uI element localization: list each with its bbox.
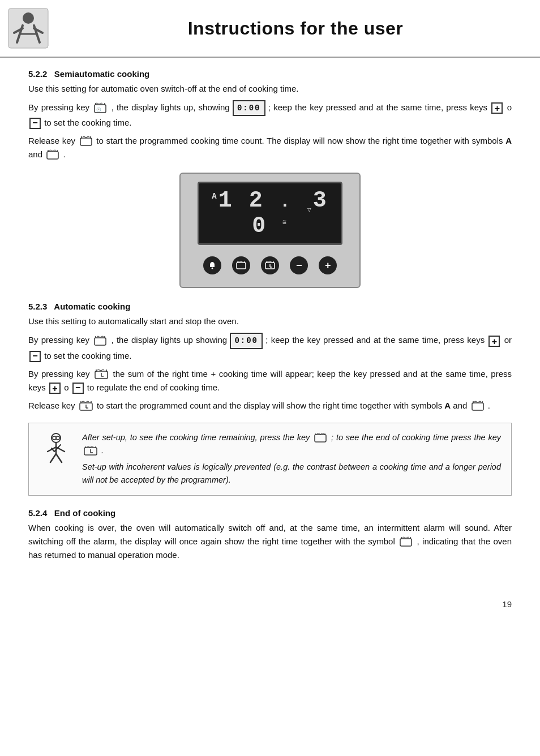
minus-panel-button: − — [290, 256, 308, 274]
note-text-content: After set-up, to see the cooking time re… — [82, 431, 501, 487]
plus-key-2: + — [488, 336, 500, 347]
svg-rect-39 — [472, 403, 483, 410]
clock-key-icon-1: 🕑 — [92, 102, 111, 112]
section-5-2-3: 5.2.3 Automatic cooking Use this setting… — [28, 302, 512, 412]
timer-button — [261, 256, 279, 274]
minus-key-2: − — [29, 351, 41, 362]
clock-key-inline-note — [312, 433, 331, 442]
svg-line-50 — [56, 454, 62, 462]
header-logo-icon — [6, 6, 51, 51]
plus-key-1: + — [491, 102, 503, 114]
plus-key-3: + — [49, 383, 61, 394]
para-5-2-3-3: By pressing key the sum of the right tim… — [28, 367, 512, 394]
svg-rect-51 — [315, 435, 326, 442]
svg-point-17 — [211, 268, 213, 269]
oven-panel: A1 2 . ▽3 0 ≋ — [179, 173, 361, 288]
svg-rect-14 — [47, 152, 58, 159]
para-5-2-3-2: By pressing key , the display lights up … — [28, 333, 512, 362]
display-value-1: 0:00 — [233, 100, 265, 116]
main-content: 5.2.2 Semiautomatic cooking Use this set… — [0, 69, 540, 594]
oven-display-image: A1 2 . ▽3 0 ≋ — [28, 173, 512, 288]
note-paragraph-2: Set-up with incoherent values is logical… — [82, 461, 501, 487]
section-5-2-4-heading: 5.2.4 End of cooking — [28, 508, 512, 518]
svg-rect-18 — [237, 263, 246, 269]
clock-key-icon-5 — [470, 401, 488, 410]
page-title: Instructions for the user — [62, 18, 529, 39]
para-5-2-3-1: Use this setting to automatically start … — [28, 315, 512, 328]
section-5-2-3-heading: 5.2.3 Automatic cooking — [28, 302, 512, 311]
page-number: 19 — [0, 594, 540, 615]
svg-point-1 — [23, 12, 34, 24]
oven-buttons-row: − + — [198, 254, 342, 277]
note-box: After set-up, to see the cooking time re… — [28, 423, 512, 496]
svg-line-49 — [50, 454, 56, 462]
section-5-2-4: 5.2.4 End of cooking When cooking is ove… — [28, 508, 512, 562]
clock-key-icon-6 — [398, 536, 417, 546]
svg-rect-11 — [80, 138, 92, 145]
para-5-2-2-1: Use this setting for automatic oven swit… — [28, 82, 512, 96]
bell-button — [203, 256, 221, 274]
clock-key-icon-2 — [78, 136, 97, 145]
svg-text:🕑: 🕑 — [96, 107, 101, 112]
timer-key-inline-note — [82, 446, 101, 455]
clock-key-icon-4 — [92, 336, 111, 345]
note-paragraph-1: After set-up, to see the cooking time re… — [82, 431, 501, 457]
para-5-2-2-2: By pressing key 🕑 , the display lights u… — [28, 100, 512, 130]
page-header: Instructions for the user — [0, 0, 540, 58]
svg-point-43 — [53, 436, 56, 440]
section-5-2-2-heading: 5.2.2 Semiautomatic cooking — [28, 69, 512, 79]
clock-key-icon-3 — [45, 149, 63, 159]
plus-panel-button: + — [319, 256, 337, 274]
minus-key-3: − — [72, 383, 84, 394]
para-5-2-2-3: Release key to start the programmed cook… — [28, 134, 512, 161]
timer-key-icon-2 — [78, 401, 97, 410]
display-value-2: 0:00 — [230, 333, 263, 349]
svg-rect-26 — [95, 338, 106, 345]
note-icon — [39, 431, 73, 465]
para-5-2-3-4: Release key to start the programmed coun… — [28, 399, 512, 413]
svg-point-44 — [56, 436, 59, 440]
clock-button — [232, 256, 250, 274]
minus-key-1: − — [29, 118, 41, 129]
oven-screen: A1 2 . ▽3 0 ≋ — [198, 182, 342, 245]
svg-rect-59 — [400, 539, 412, 546]
para-5-2-4-1: When cooking is over, the oven will auto… — [28, 521, 512, 562]
section-5-2-2: 5.2.2 Semiautomatic cooking Use this set… — [28, 69, 512, 161]
timer-key-icon-1 — [93, 369, 113, 379]
